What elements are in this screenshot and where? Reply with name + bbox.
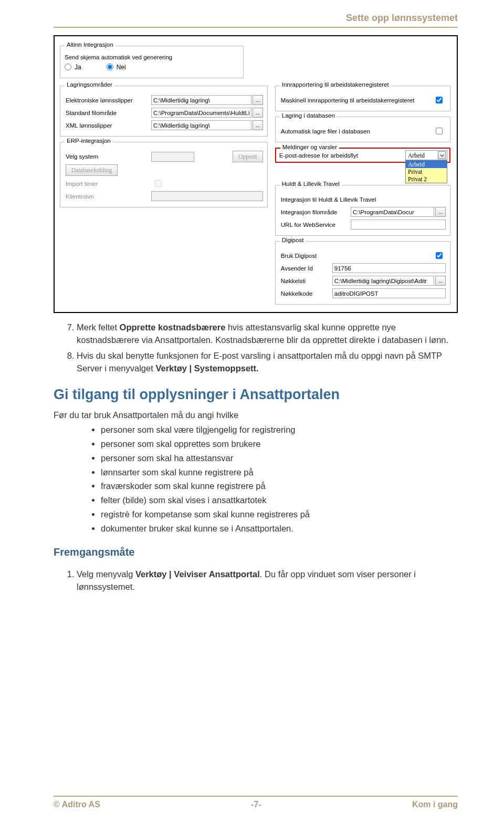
bullet-item: registrè for kompetanse som skal kunne r… <box>101 508 458 521</box>
lagrdb-legend: Lagring i databasen <box>280 112 337 119</box>
page-header: Sette opp lønnssystemet <box>54 13 458 24</box>
section-heading: Gi tilgang til opplysninger i Ansattport… <box>54 384 458 405</box>
standard-browse-button[interactable]: ... <box>253 108 263 118</box>
digipost-legend: Digipost <box>280 237 306 243</box>
klientnavn-label: Klientnavn <box>65 193 151 200</box>
dropdown-option[interactable]: Arbeid <box>406 161 447 168</box>
nokkelsti-browse-button[interactable]: ... <box>435 276 446 286</box>
step7-bold: Opprette kostnadsbærere <box>120 322 226 332</box>
meldinger-highlight-box: Meldinger og varsler E-post-adresse for … <box>275 148 450 163</box>
hl-legend: Huldt & Lillevik Travel <box>280 181 342 187</box>
nokkelkode-label: Nøkkelkode <box>280 290 332 297</box>
step7-text-a: Merk feltet <box>77 322 120 332</box>
maskinell-label: Maskinell innrapportering til arbeidstak… <box>280 97 432 103</box>
altinn-nei-radio[interactable]: Nei <box>107 64 126 71</box>
altinn-ja-radio[interactable]: Ja <box>65 64 81 71</box>
intfil-browse-button[interactable]: ... <box>435 207 446 217</box>
oppsett-button[interactable]: Oppsett <box>233 151 263 162</box>
import-timer-checkbox[interactable] <box>155 180 162 187</box>
epost-label: E-post-adresse for arbeidsflyt <box>278 152 405 159</box>
databasekobling-button[interactable]: Databasekobling <box>66 164 118 176</box>
erp-legend: ERP-integrasjon <box>65 138 113 144</box>
velg-system-label: Velg system <box>65 153 151 160</box>
elonn-browse-button[interactable]: ... <box>253 95 263 105</box>
dropdown-option[interactable]: Privat 2 <box>406 175 447 183</box>
xml-label: XML lønnsslipper <box>65 122 151 129</box>
radio-ja-label: Ja <box>75 64 81 71</box>
header-rule <box>54 27 458 28</box>
footer-left: © Aditro AS <box>54 800 100 809</box>
epost-dropdown-list[interactable]: Arbeid Privat Privat 2 <box>405 160 447 183</box>
step8-text-a: Hvis du skal benytte funksjonen for E-po… <box>77 351 442 373</box>
footer-right: Kom i gang <box>412 800 458 809</box>
nokkelkode-input[interactable] <box>332 288 446 298</box>
radio-nei-input[interactable] <box>107 64 113 70</box>
bullet-item: lønnsarter som skal kunne registrere på <box>101 466 458 479</box>
step-7: Merk feltet Opprette kostnadsbærere hvis… <box>77 321 458 347</box>
step1-text-a: Velg menyvalg <box>77 569 135 579</box>
epost-dropdown-value: Arbeid <box>408 152 425 159</box>
avsender-input[interactable] <box>332 263 446 273</box>
step1-bold: Verktøy | Veiviser Ansattportal <box>135 569 260 579</box>
footer-center: -7- <box>251 800 261 809</box>
bullet-item: felter (bilde) som skal vises i ansattka… <box>101 494 458 507</box>
page-footer: © Aditro AS -7- Kom i gang <box>54 796 458 809</box>
step-8: Hvis du skal benytte funksjonen for E-po… <box>77 350 458 375</box>
fremgang-heading: Fremgangsmåte <box>54 545 458 560</box>
elonn-label: Elektroniske lønnsslipper <box>65 97 151 103</box>
urlws-input[interactable] <box>351 220 446 230</box>
innrapp-legend: Innrapportering til arbeidstakerregister… <box>280 81 391 88</box>
brukdigi-label: Bruk Digipost <box>280 253 432 259</box>
elonn-input[interactable] <box>151 95 251 105</box>
epost-dropdown[interactable]: Arbeid <box>405 150 447 160</box>
nokkelsti-label: Nøkkelsti <box>280 278 332 284</box>
radio-ja-input[interactable] <box>65 64 71 70</box>
step8-bold: Verktøy | Systemoppsett. <box>155 363 258 373</box>
nokkelsti-input[interactable] <box>332 276 434 286</box>
klientnavn-input[interactable] <box>151 191 263 201</box>
chevron-down-icon <box>438 151 446 159</box>
lagring-legend: Lagringsområder <box>65 81 114 88</box>
urlws-label: URL for WebService <box>280 222 351 228</box>
settings-dialog-screenshot: Altinn Integrasjon Send skjema automatis… <box>54 35 458 313</box>
altinn-prompt: Send skjema automatisk ved generering <box>65 54 239 60</box>
brukdigi-checkbox[interactable] <box>436 252 443 259</box>
bullet-item: personer som skal ha attestansvar <box>101 452 458 465</box>
maskinell-checkbox[interactable] <box>436 97 443 103</box>
intfil-input[interactable] <box>351 207 434 217</box>
autolagr-checkbox[interactable] <box>436 128 443 134</box>
bullet-item: personer som skal opprettes som brukere <box>101 438 458 451</box>
autolagr-label: Automatisk lagre filer i databasen <box>280 128 432 134</box>
hlint-label: Integrasjon til Huldt & Lillevik Travel <box>280 196 446 203</box>
standard-label: Standard filområde <box>65 110 151 116</box>
avsender-label: Avsender Id <box>280 265 332 272</box>
intro-text: Før du tar bruk Ansattportalen må du ang… <box>54 409 458 422</box>
step-1: Velg menyvalg Verktøy | Veiviser Ansattp… <box>77 568 458 593</box>
velg-system-input[interactable] <box>151 152 194 162</box>
standard-input[interactable] <box>151 108 251 118</box>
altinn-legend: Altinn Integrasjon <box>65 41 116 48</box>
bullet-item: dokumenter bruker skal kunne se i Ansatt… <box>101 523 458 535</box>
radio-nei-label: Nei <box>117 64 126 71</box>
intfil-label: Integrasjon filområde <box>280 209 351 215</box>
xml-input[interactable] <box>151 120 251 130</box>
xml-browse-button[interactable]: ... <box>253 120 263 130</box>
dropdown-option[interactable]: Privat <box>406 168 447 175</box>
bullet-item: personer som skal være tilgjengelig for … <box>101 424 458 436</box>
bullet-item: fraværskoder som skal kunne registrere p… <box>101 480 458 493</box>
import-timer-label: Import timer <box>65 181 151 187</box>
